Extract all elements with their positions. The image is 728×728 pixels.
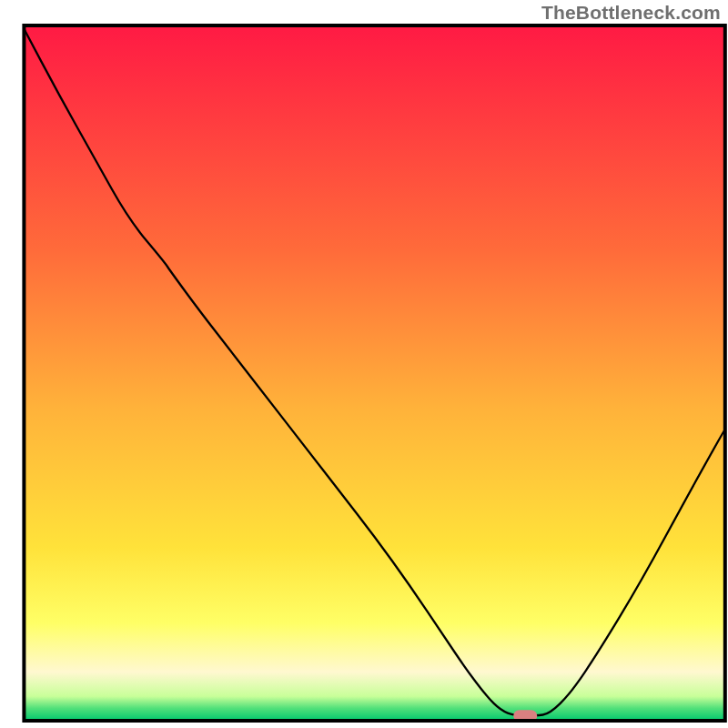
chart-stage: TheBottleneck.com [0,0,728,728]
bottleneck-chart [0,0,728,728]
watermark-label: TheBottleneck.com [541,2,721,24]
